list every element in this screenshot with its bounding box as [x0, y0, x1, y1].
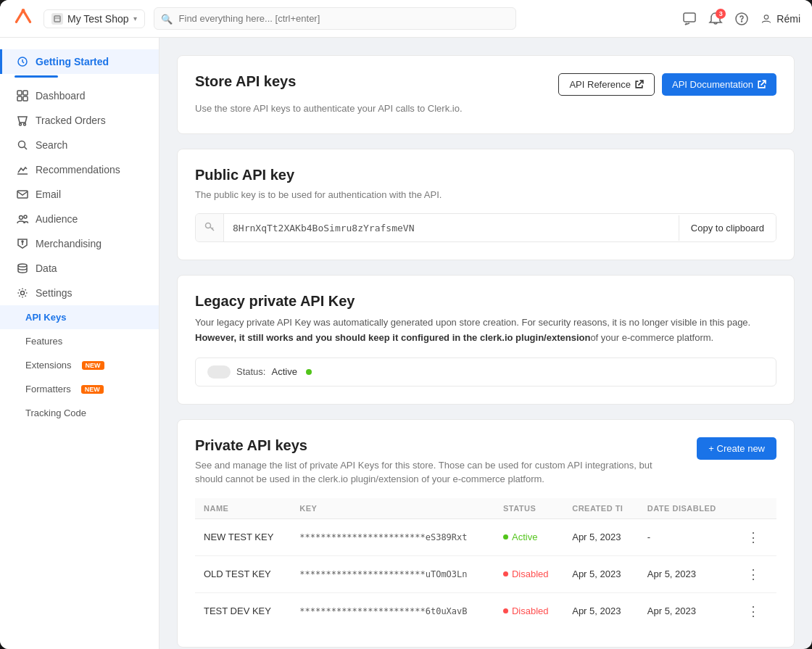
notification-icon[interactable]: 3 [708, 12, 723, 26]
sidebar-item-extensions[interactable]: Extensions NEW [0, 353, 159, 377]
sidebar-item-email[interactable]: Email [0, 182, 159, 207]
col-key: KEY [291, 498, 494, 519]
store-api-keys-description: Use the store API keys to authenticate y… [195, 102, 776, 116]
search-bar: 🔍 [154, 7, 516, 30]
table-row: OLD TEST KEY ************************uTO… [195, 555, 776, 592]
logo [12, 6, 35, 32]
row-key: ************************eS389Rxt [291, 518, 494, 555]
sidebar-item-formatters[interactable]: Formatters NEW [0, 377, 159, 401]
sidebar-item-tracked-orders[interactable]: Tracked Orders [0, 108, 159, 133]
row-more-button[interactable]: ⋮ [742, 528, 764, 547]
col-status: STATUS [494, 498, 563, 519]
row-name: OLD TEST KEY [195, 555, 291, 592]
svg-point-14 [24, 123, 26, 125]
api-documentation-button[interactable]: API Documentation [662, 73, 776, 96]
row-created: Apr 5, 2023 [563, 518, 639, 555]
sidebar-item-api-keys[interactable]: API Keys [0, 305, 159, 329]
sidebar-item-dashboard[interactable]: Dashboard [0, 83, 159, 108]
table-header: NAME KEY STATUS CREATED TI DATE DISABLED [195, 498, 776, 519]
store-api-keys-title-area: Store API keys [195, 73, 296, 90]
col-name: NAME [195, 498, 291, 519]
api-reference-button[interactable]: API Reference [558, 73, 655, 96]
main-layout: Getting Started Dashboard Tracked O [0, 38, 812, 649]
col-created: CREATED TI [563, 498, 639, 519]
svg-rect-9 [17, 91, 22, 95]
sidebar-item-recommendations[interactable]: Recommendations [0, 157, 159, 182]
create-new-button[interactable]: + Create new [697, 437, 776, 460]
svg-point-21 [21, 292, 25, 295]
store-api-keys-title: Store API keys [195, 73, 296, 90]
col-actions [734, 498, 776, 519]
private-api-keys-title: Private API keys [195, 437, 666, 454]
row-status: Disabled [494, 555, 563, 592]
row-more-button[interactable]: ⋮ [742, 565, 764, 584]
row-status: Disabled [494, 592, 563, 629]
legacy-api-key-description: Your legacy private API Key was automati… [195, 315, 776, 346]
svg-rect-4 [684, 13, 695, 22]
sidebar-item-data[interactable]: Data [0, 256, 159, 281]
row-created: Apr 5, 2023 [563, 555, 639, 592]
chevron-down-icon: ▾ [133, 15, 137, 22]
row-date-disabled: Apr 5, 2023 [639, 592, 734, 629]
extensions-badge: NEW [82, 361, 104, 370]
store-api-keys-card: Store API keys API Reference API Documen… [177, 55, 795, 134]
sidebar-item-audience[interactable]: Audience [0, 207, 159, 231]
private-api-keys-table: NAME KEY STATUS CREATED TI DATE DISABLED… [195, 498, 776, 629]
sidebar: Getting Started Dashboard Tracked O [0, 38, 160, 649]
user-section[interactable]: Rémi [761, 13, 800, 25]
topbar-right: 3 Rémi [682, 12, 800, 26]
row-date-disabled: Apr 5, 2023 [639, 555, 734, 592]
svg-rect-12 [23, 96, 28, 101]
sidebar-item-merchandising[interactable]: Merchandising [0, 231, 159, 256]
sidebar-item-getting-started[interactable]: Getting Started [0, 49, 159, 74]
legacy-api-key-card: Legacy private API Key Your legacy priva… [177, 275, 795, 405]
svg-point-13 [20, 123, 22, 125]
public-api-key-row: 8HrnXqTt2XAKb4BoSimru8zYrafsmeVN Copy to… [195, 213, 776, 242]
table-header-row: NAME KEY STATUS CREATED TI DATE DISABLED [195, 498, 776, 519]
svg-point-18 [24, 215, 27, 218]
sidebar-item-search[interactable]: Search [0, 133, 159, 157]
private-api-keys-card: Private API keys See and manage the list… [177, 419, 795, 648]
private-api-keys-title-area: Private API keys See and manage the list… [195, 437, 666, 487]
search-input[interactable] [154, 7, 516, 30]
key-icon [196, 214, 224, 241]
svg-rect-10 [23, 91, 28, 95]
status-dot-active [306, 369, 312, 375]
row-date-disabled: - [639, 518, 734, 555]
status-toggle[interactable] [207, 365, 231, 379]
row-status: Active [494, 518, 563, 555]
store-selector[interactable]: My Test Shop ▾ [44, 9, 145, 28]
chat-icon[interactable] [682, 12, 697, 26]
svg-point-20 [18, 264, 27, 267]
copy-to-clipboard-button[interactable]: Copy to clipboard [679, 215, 776, 241]
public-api-key-value: 8HrnXqTt2XAKb4BoSimru8zYrafsmeVN [224, 215, 679, 241]
row-actions: ⋮ [734, 592, 776, 629]
sidebar-item-tracking-code[interactable]: Tracking Code [0, 401, 159, 425]
search-icon: 🔍 [161, 13, 173, 24]
sidebar-item-settings[interactable]: Settings [0, 281, 159, 305]
row-key: ************************6t0uXavB [291, 592, 494, 629]
row-actions: ⋮ [734, 555, 776, 592]
table-body: NEW TEST KEY ************************eS3… [195, 518, 776, 629]
private-api-keys-description: See and manage the list of private API K… [195, 458, 666, 487]
public-api-key-description: The public key is to be used for authent… [195, 188, 776, 202]
row-name: TEST DEV KEY [195, 592, 291, 629]
public-api-key-title: Public API key [195, 167, 776, 183]
svg-point-6 [742, 21, 742, 22]
sidebar-item-features[interactable]: Features [0, 329, 159, 353]
store-api-keys-actions: API Reference API Documentation [558, 73, 776, 96]
svg-point-7 [765, 15, 769, 19]
legacy-api-key-title: Legacy private API Key [195, 293, 776, 310]
svg-rect-11 [17, 96, 22, 101]
legacy-api-key-status-row: Status: Active [195, 357, 776, 386]
svg-rect-2 [54, 16, 60, 22]
row-actions: ⋮ [734, 518, 776, 555]
topbar: My Test Shop ▾ 🔍 3 [0, 0, 812, 38]
row-more-button[interactable]: ⋮ [742, 602, 764, 621]
status-dot [503, 534, 508, 540]
svg-point-17 [20, 216, 23, 220]
help-icon[interactable] [734, 12, 749, 26]
store-icon [51, 13, 63, 25]
svg-rect-16 [17, 191, 28, 198]
table-row: TEST DEV KEY ************************6t0… [195, 592, 776, 629]
